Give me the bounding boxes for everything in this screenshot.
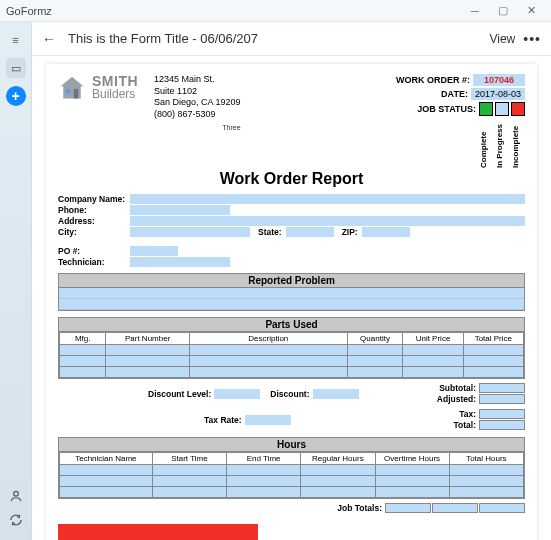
field-job-totals-ot[interactable] bbox=[432, 503, 478, 513]
hamburger-icon[interactable]: ≡ bbox=[6, 30, 26, 50]
field-phone[interactable] bbox=[130, 205, 230, 215]
wo-date-field[interactable]: 2017-08-03 bbox=[471, 88, 525, 100]
parts-col-desc: Description bbox=[189, 333, 347, 345]
brand-name-bottom: Builders bbox=[92, 88, 138, 100]
field-po[interactable] bbox=[130, 246, 178, 256]
field-adjusted[interactable] bbox=[479, 394, 525, 404]
sidebar: ≡ ▭ + bbox=[0, 22, 32, 540]
work-order-block: WORK ORDER #: 107046 DATE: 2017-08-03 JO… bbox=[396, 74, 525, 168]
parts-col-unit: Unit Price bbox=[403, 333, 463, 345]
field-address[interactable] bbox=[130, 216, 525, 226]
label-total: Total: bbox=[453, 420, 476, 430]
sync-icon[interactable] bbox=[6, 510, 26, 530]
parts-table: Mfg. Part Number Description Quantity Un… bbox=[59, 332, 524, 378]
status-label-complete: Complete bbox=[479, 118, 493, 168]
field-tax[interactable] bbox=[479, 409, 525, 419]
field-company[interactable] bbox=[130, 194, 525, 204]
section-hours: Hours Technician Name Start Time End Tim… bbox=[58, 437, 525, 499]
field-city[interactable] bbox=[130, 227, 250, 237]
address-line4: (800) 867-5309 bbox=[154, 109, 241, 121]
label-subtotal: Subtotal: bbox=[439, 383, 476, 393]
wo-num-field[interactable]: 107046 bbox=[473, 74, 525, 86]
address-line2: Suite 1102 bbox=[154, 86, 241, 98]
problem-row[interactable] bbox=[59, 288, 524, 299]
hours-col-start: Start Time bbox=[152, 453, 226, 465]
field-job-totals-total[interactable] bbox=[479, 503, 525, 513]
hours-col-tech: Technician Name bbox=[60, 453, 153, 465]
table-row[interactable] bbox=[60, 367, 524, 378]
section-head-hours: Hours bbox=[59, 438, 524, 452]
table-row[interactable] bbox=[60, 345, 524, 356]
svg-point-0 bbox=[13, 491, 18, 496]
parts-col-mfg: Mfg. bbox=[60, 333, 106, 345]
parts-col-qty: Quantity bbox=[347, 333, 403, 345]
label-address: Address: bbox=[58, 216, 130, 226]
field-taxrate[interactable] bbox=[245, 415, 291, 425]
hours-col-total: Total Hours bbox=[449, 453, 523, 465]
field-discount[interactable] bbox=[313, 389, 359, 399]
more-icon[interactable]: ••• bbox=[523, 31, 541, 47]
minimize-button[interactable]: ─ bbox=[461, 5, 489, 17]
label-job-totals: Job Totals: bbox=[337, 503, 382, 513]
status-incomplete-box[interactable] bbox=[511, 102, 525, 116]
field-discount-level[interactable] bbox=[214, 389, 260, 399]
table-row[interactable] bbox=[60, 476, 524, 487]
field-tech[interactable] bbox=[130, 257, 230, 267]
label-discount: Discount: bbox=[270, 389, 309, 399]
three-tag: Three bbox=[154, 123, 241, 132]
section-parts-used: Parts Used Mfg. Part Number Description … bbox=[58, 317, 525, 379]
header-bar: ← This is the Form Title - 06/06/207 Vie… bbox=[32, 22, 551, 56]
label-city: City: bbox=[58, 227, 130, 237]
svg-marker-1 bbox=[61, 77, 84, 99]
app-title: GoFormz bbox=[6, 5, 52, 17]
label-adjusted: Adjusted: bbox=[437, 394, 476, 404]
hours-col-end: End Time bbox=[227, 453, 301, 465]
hours-table: Technician Name Start Time End Time Regu… bbox=[59, 452, 524, 498]
user-icon[interactable] bbox=[6, 486, 26, 506]
form-document: SMITH Builders 12345 Main St. Suite 1102… bbox=[46, 64, 537, 540]
field-total[interactable] bbox=[479, 420, 525, 430]
label-company: Company Name: bbox=[58, 194, 130, 204]
wo-status-label: JOB STATUS: bbox=[417, 104, 476, 114]
signature-pad[interactable] bbox=[58, 524, 258, 540]
add-button[interactable]: + bbox=[6, 86, 26, 106]
logo: SMITH Builders bbox=[58, 74, 138, 168]
parts-col-total: Total Price bbox=[463, 333, 523, 345]
brand-name-top: SMITH bbox=[92, 74, 138, 88]
label-state: State: bbox=[258, 227, 282, 237]
table-row[interactable] bbox=[60, 487, 524, 498]
parts-col-partnum: Part Number bbox=[106, 333, 190, 345]
info-grid: Company Name: Phone: Address: City: Stat… bbox=[58, 194, 525, 267]
problem-row[interactable] bbox=[59, 299, 524, 310]
label-taxrate: Tax Rate: bbox=[204, 415, 242, 425]
page-title: This is the Form Title - 06/06/207 bbox=[68, 31, 258, 46]
table-row[interactable] bbox=[60, 465, 524, 476]
label-phone: Phone: bbox=[58, 205, 130, 215]
table-row[interactable] bbox=[60, 356, 524, 367]
section-reported-problem: Reported Problem bbox=[58, 273, 525, 311]
back-arrow-icon[interactable]: ← bbox=[42, 31, 58, 47]
maximize-button[interactable]: ▢ bbox=[489, 4, 517, 17]
field-job-totals-reg[interactable] bbox=[385, 503, 431, 513]
document-title: Work Order Report bbox=[58, 170, 525, 188]
field-state[interactable] bbox=[286, 227, 334, 237]
status-complete-box[interactable] bbox=[479, 102, 493, 116]
label-tech: Technician: bbox=[58, 257, 130, 267]
label-tax: Tax: bbox=[459, 409, 476, 419]
wo-num-label: WORK ORDER #: bbox=[396, 75, 470, 85]
house-icon bbox=[58, 74, 86, 102]
address-line3: San Diego, CA 19209 bbox=[154, 97, 241, 109]
address-line1: 12345 Main St. bbox=[154, 74, 241, 86]
field-subtotal[interactable] bbox=[479, 383, 525, 393]
address-block: 12345 Main St. Suite 1102 San Diego, CA … bbox=[154, 74, 241, 168]
status-inprogress-box[interactable] bbox=[495, 102, 509, 116]
close-button[interactable]: ✕ bbox=[517, 4, 545, 17]
hours-col-reg: Regular Hours bbox=[301, 453, 375, 465]
field-zip[interactable] bbox=[362, 227, 410, 237]
status-label-inprogress: In Progress bbox=[495, 118, 509, 168]
view-link[interactable]: View bbox=[489, 32, 515, 46]
document-icon[interactable]: ▭ bbox=[6, 58, 26, 78]
section-head-problem: Reported Problem bbox=[59, 274, 524, 288]
label-zip: ZIP: bbox=[342, 227, 358, 237]
hours-col-ot: Overtime Hours bbox=[375, 453, 449, 465]
